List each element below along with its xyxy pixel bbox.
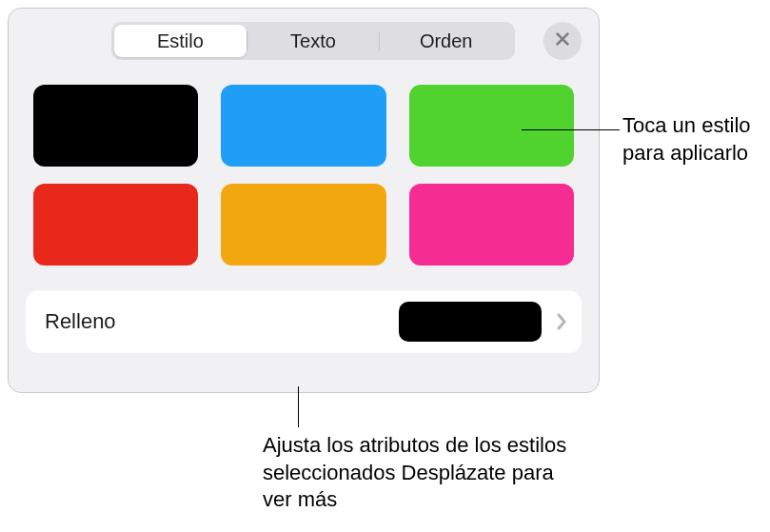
fill-row[interactable]: Relleno [26,290,582,353]
style-swatch[interactable] [221,184,385,266]
close-icon [554,30,571,51]
style-swatch[interactable] [409,85,574,167]
tab-text[interactable]: Texto [247,25,380,57]
tab-label: Orden [420,30,473,52]
tab-label: Estilo [157,30,204,52]
callout-leader-line [298,386,299,427]
tab-style[interactable]: Estilo [114,25,247,57]
callout-tap-style: Toca un estilo para aplicarlo [622,112,765,167]
style-swatch[interactable] [33,184,198,266]
panel-header: Estilo Texto Orden [26,22,582,60]
close-button[interactable] [543,22,582,60]
segmented-control: Estilo Texto Orden [111,22,515,60]
tab-label: Texto [290,30,336,52]
style-swatch[interactable] [409,184,574,266]
fill-color-value [399,302,542,342]
style-swatch[interactable] [33,85,198,167]
callout-leader-line [522,129,620,130]
tab-order[interactable]: Orden [380,25,512,57]
style-swatch-grid [26,85,582,266]
fill-label: Relleno [45,309,399,334]
format-panel: Estilo Texto Orden Relleno [8,8,600,393]
chevron-right-icon [555,311,568,332]
style-swatch[interactable] [221,85,385,167]
callout-adjust-attributes: Ajusta los atributos de los estilos sele… [263,432,577,514]
